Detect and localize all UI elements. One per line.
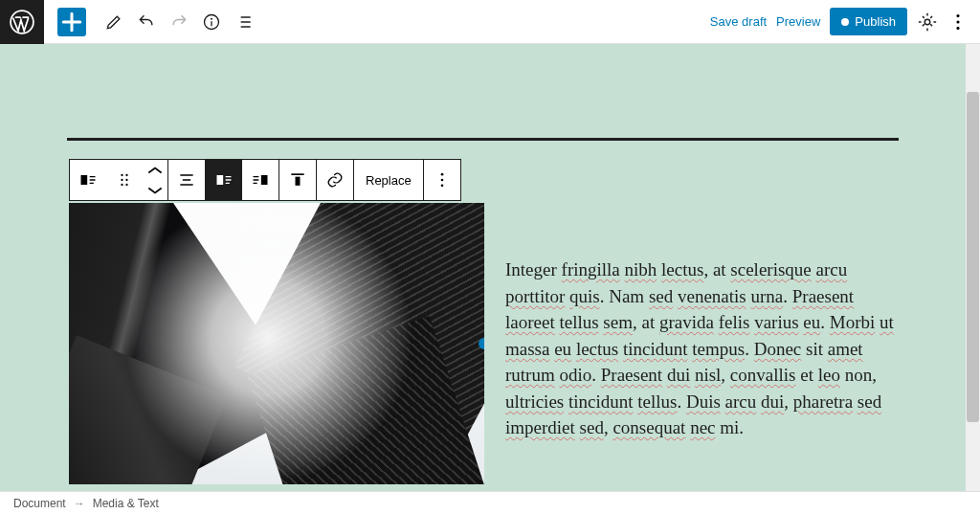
drag-icon (115, 170, 134, 190)
publish-label: Publish (855, 14, 896, 29)
media-image[interactable] (69, 203, 484, 484)
edit-mode-button[interactable] (100, 8, 128, 36)
block-toolbar: Replace (69, 159, 461, 201)
media-left-icon (214, 170, 234, 190)
breadcrumb-root[interactable]: Document (13, 497, 66, 510)
separator-block[interactable] (67, 138, 899, 141)
svg-point-10 (121, 179, 122, 181)
svg-point-18 (440, 179, 443, 182)
svg-rect-7 (81, 175, 88, 185)
redo-icon (169, 12, 189, 32)
list-icon (234, 12, 254, 32)
vertical-align-button[interactable] (279, 160, 316, 200)
svg-point-6 (956, 26, 959, 29)
replace-media-button[interactable]: Replace (354, 160, 423, 200)
more-options-button[interactable] (947, 11, 969, 33)
align-button[interactable] (168, 160, 205, 200)
svg-point-2 (211, 17, 212, 19)
paragraph-block[interactable]: Integer fringilla nibh lectus, at sceler… (505, 257, 899, 441)
publish-button[interactable]: Publish (830, 8, 907, 35)
text-column[interactable]: Integer fringilla nibh lectus, at sceler… (484, 203, 899, 441)
undo-button[interactable] (132, 8, 161, 36)
chevron-up-icon (145, 161, 165, 180)
align-icon (177, 170, 196, 190)
resize-handle[interactable] (479, 338, 484, 349)
block-more-button[interactable] (424, 160, 460, 200)
wordpress-icon (10, 10, 34, 34)
plus-icon (57, 8, 86, 36)
svg-point-13 (125, 184, 127, 186)
info-button[interactable] (197, 8, 226, 36)
undo-icon (137, 12, 156, 32)
svg-rect-15 (261, 175, 268, 185)
link-icon (325, 170, 345, 190)
editor-tools (100, 8, 258, 36)
svg-point-8 (121, 174, 122, 176)
chevron-down-icon (145, 181, 165, 200)
svg-rect-16 (296, 177, 301, 186)
kebab-icon (947, 11, 969, 33)
svg-point-12 (121, 184, 122, 186)
kebab-icon (433, 170, 452, 190)
svg-rect-14 (217, 175, 224, 185)
link-button[interactable] (317, 160, 353, 200)
scroll-thumb[interactable] (967, 92, 979, 422)
svg-point-9 (125, 174, 127, 176)
svg-point-4 (956, 14, 959, 17)
top-toolbar: Save draft Preview Publish (0, 0, 980, 44)
settings-button[interactable] (917, 11, 938, 33)
preview-button[interactable]: Preview (776, 14, 820, 29)
valign-top-icon (288, 170, 307, 190)
breadcrumb-current[interactable]: Media & Text (93, 497, 159, 510)
svg-point-5 (956, 20, 959, 23)
media-text-icon (78, 170, 98, 190)
breadcrumb: Document → Media & Text (0, 491, 980, 514)
media-right-icon (251, 170, 270, 190)
gear-icon (917, 11, 938, 33)
media-text-block[interactable]: Integer fringilla nibh lectus, at sceler… (69, 203, 899, 484)
redo-button[interactable] (165, 8, 193, 36)
breadcrumb-separator-icon: → (74, 497, 85, 510)
svg-point-19 (440, 185, 443, 188)
block-type-button[interactable] (70, 160, 106, 200)
move-buttons[interactable] (143, 160, 167, 200)
publish-tools: Save draft Preview Publish (710, 8, 980, 35)
svg-point-11 (125, 179, 127, 181)
wordpress-logo[interactable] (0, 0, 44, 44)
svg-point-3 (924, 19, 930, 25)
drag-handle[interactable] (106, 160, 143, 200)
media-right-button[interactable] (242, 160, 278, 200)
add-block-button[interactable] (57, 8, 86, 36)
outline-button[interactable] (230, 8, 258, 36)
media-left-button[interactable] (206, 160, 242, 200)
svg-point-17 (440, 173, 443, 176)
save-draft-button[interactable]: Save draft (710, 14, 767, 29)
pencil-icon (104, 12, 123, 32)
info-icon (202, 12, 221, 32)
status-dot-icon (841, 18, 849, 26)
editor-canvas: Replace Integer fringilla nibh lectus, a… (0, 44, 980, 491)
scrollbar[interactable] (966, 44, 980, 491)
